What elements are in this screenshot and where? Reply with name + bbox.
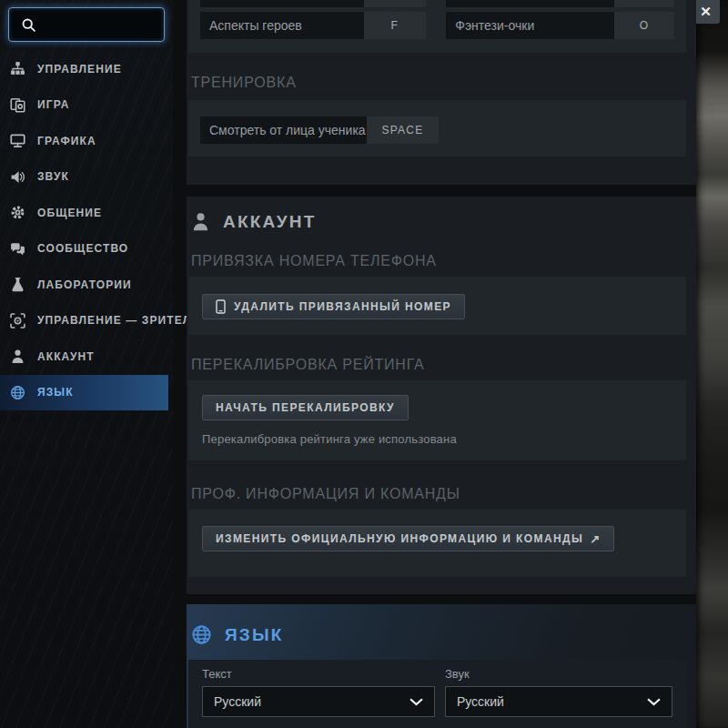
phone-box: УДАЛИТЬ ПРИВЯЗАННЫЙ НОМЕР	[188, 277, 686, 335]
text-language-value: Русский	[214, 694, 410, 709]
edit-pro-info-button-label: ИЗМЕНИТЬ ОФИЦИАЛЬНУЮ ИНФОРМАЦИЮ И КОМАНД…	[216, 532, 583, 545]
external-link-icon: ↗	[590, 532, 601, 546]
text-language-field: Текст Русский	[202, 667, 435, 728]
gear-icon	[10, 205, 25, 220]
sidebar-item-communication[interactable]: ОБЩЕНИЕ	[0, 195, 168, 231]
game-windows-icon	[10, 97, 25, 113]
section-heading-recalibration: ПЕРЕКАЛИБРОВКА РЕЙТИНГА	[191, 357, 425, 373]
hotkey-key-button[interactable]	[614, 0, 674, 7]
settings-sidebar: УПРАВЛЕНИЕ ИГРА	[0, 0, 173, 728]
sidebar-item-language[interactable]: ЯЗЫК	[0, 375, 168, 411]
hotkey-row: Аспекты героев F Фэнтези-очки O	[200, 12, 674, 39]
sidebar-item-graphics[interactable]: ГРАФИКА	[0, 123, 168, 159]
section-heading-phone: ПРИВЯЗКА НОМЕРА ТЕЛЕФОНА	[191, 253, 437, 269]
close-icon: ✕	[700, 4, 712, 19]
sidebar-item-label: УПРАВЛЕНИЕ	[37, 63, 122, 76]
sidebar-item-label: УПРАВЛЕНИЕ — ЗРИТЕЛЬ	[37, 314, 200, 327]
background-game-art	[696, 0, 728, 728]
hotkey-key-button[interactable]: O	[614, 12, 674, 39]
section-heading-training: ТРЕНИРОВКА	[191, 75, 297, 91]
recalibration-note: Перекалибровка рейтинга уже использована	[202, 432, 672, 446]
account-panel: АККАУНТ ПРИВЯЗКА НОМЕРА ТЕЛЕФОНА УДАЛИТЬ…	[187, 197, 696, 594]
sidebar-item-account[interactable]: АККАУНТ	[0, 339, 168, 375]
column-spacer	[426, 0, 447, 7]
start-recalibration-button-label: НАЧАТЬ ПЕРЕКАЛИБРОВКУ	[216, 401, 395, 414]
sidebar-item-label: ИГРА	[37, 98, 69, 111]
hotkey-key-button[interactable]: F	[364, 12, 426, 39]
sidebar-item-label: АККАУНТ	[37, 350, 95, 363]
sidebar-item-labs[interactable]: ЛАБОРАТОРИИ	[0, 267, 168, 303]
section-heading-pro-info: ПРОФ. ИНФОРМАЦИЯ И КОМАНДЫ	[191, 486, 460, 502]
language-title: ЯЗЫК	[225, 625, 284, 645]
sidebar-item-spectator-controls[interactable]: УПРАВЛЕНИЕ — ЗРИТЕЛЬ	[0, 303, 168, 339]
person-icon	[191, 211, 210, 232]
sidebar-item-game[interactable]: ИГРА	[0, 87, 168, 124]
monitor-icon	[10, 133, 25, 148]
chevron-down-icon	[410, 698, 423, 706]
language-box: Текст Русский Звук Русский	[188, 660, 686, 728]
globe-icon	[191, 624, 212, 645]
chevron-down-icon	[647, 698, 661, 706]
sidebar-item-label: ЯЗЫК	[37, 386, 74, 399]
hotkey-label	[200, 0, 364, 7]
language-panel: ЯЗЫК Текст Русский Звук Русский	[187, 604, 696, 728]
audio-language-field: Звук Русский	[445, 667, 672, 728]
pro-info-box: ИЗМЕНИТЬ ОФИЦИАЛЬНУЮ ИНФОРМАЦИЮ И КОМАНД…	[188, 510, 686, 577]
sidebar-item-community[interactable]: СООБЩЕСТВО	[0, 231, 168, 268]
text-language-dropdown[interactable]: Русский	[202, 686, 435, 717]
sitemap-icon	[10, 61, 25, 76]
person-icon	[10, 349, 25, 364]
globe-icon	[10, 385, 25, 400]
chat-bubbles-icon	[10, 241, 25, 257]
sidebar-item-label: ЗВУК	[37, 170, 69, 183]
remove-phone-button[interactable]: УДАЛИТЬ ПРИВЯЗАННЫЙ НОМЕР	[202, 294, 465, 319]
search-input[interactable]	[44, 7, 164, 42]
settings-search-box	[8, 7, 165, 42]
sidebar-item-label: ОБЩЕНИЕ	[37, 207, 102, 219]
hotkey-row: Смотреть от лица ученика SPACE	[200, 116, 674, 144]
hotkey-key-button[interactable]	[364, 0, 426, 7]
audio-language-value: Русский	[457, 694, 647, 709]
hotkey-label-student-perspective: Смотреть от лица ученика	[200, 116, 367, 144]
sidebar-item-label: СООБЩЕСТВО	[37, 242, 128, 255]
phone-icon	[216, 299, 226, 314]
hotkey-label	[446, 0, 614, 7]
hotkeys-box: Аспекты героев F Фэнтези-очки O	[188, 0, 686, 53]
sidebar-item-label: ГРАФИКА	[37, 135, 96, 147]
settings-window: УПРАВЛЕНИЕ ИГРА	[0, 0, 728, 728]
flask-icon	[10, 277, 25, 292]
start-recalibration-button[interactable]: НАЧАТЬ ПЕРЕКАЛИБРОВКУ	[202, 395, 409, 420]
recalibration-box: НАЧАТЬ ПЕРЕКАЛИБРОВКУ Перекалибровка рей…	[188, 380, 686, 460]
audio-language-label: Звук	[445, 667, 672, 681]
audio-language-dropdown[interactable]: Русский	[445, 686, 672, 717]
hotkey-label-hero-aspects: Аспекты героев	[200, 12, 364, 39]
hotkey-label-fantasy-points: Фэнтези-очки	[446, 12, 614, 39]
account-title: АККАУНТ	[223, 212, 316, 232]
text-language-label: Текст	[202, 667, 435, 681]
speaker-icon	[10, 169, 25, 185]
sidebar-nav: УПРАВЛЕНИЕ ИГРА	[0, 51, 173, 410]
training-box: Смотреть от лица ученика SPACE	[188, 100, 686, 157]
language-header: ЯЗЫК	[191, 624, 284, 645]
column-spacer	[426, 12, 447, 39]
spectator-eye-icon	[10, 313, 25, 329]
sidebar-item-label: ЛАБОРАТОРИИ	[37, 278, 132, 291]
hotkeys-training-panel: Аспекты героев F Фэнтези-очки O ТРЕНИРОВ…	[187, 0, 696, 185]
remove-phone-button-label: УДАЛИТЬ ПРИВЯЗАННЫЙ НОМЕР	[234, 300, 451, 313]
hotkey-row-partial	[200, 0, 674, 7]
hotkey-key-button[interactable]: SPACE	[367, 116, 439, 144]
sidebar-item-audio[interactable]: ЗВУК	[0, 159, 168, 196]
edit-pro-info-button[interactable]: ИЗМЕНИТЬ ОФИЦИАЛЬНУЮ ИНФОРМАЦИЮ И КОМАНД…	[202, 526, 614, 551]
search-icon	[21, 17, 36, 33]
account-header: АККАУНТ	[191, 211, 316, 232]
sidebar-item-controls[interactable]: УПРАВЛЕНИЕ	[0, 51, 168, 87]
